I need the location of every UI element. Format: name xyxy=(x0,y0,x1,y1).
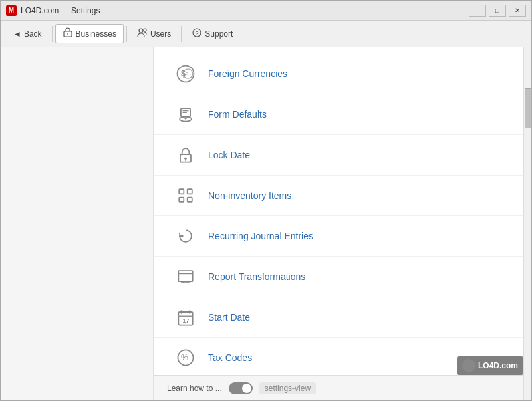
svg-point-2 xyxy=(139,29,143,33)
content-area: $ € Foreign Currencies xyxy=(154,47,531,400)
foreign-currencies-label: Foreign Currencies xyxy=(208,68,287,79)
svg-rect-21 xyxy=(178,271,192,281)
settings-list: $ € Foreign Currencies xyxy=(154,47,531,375)
toolbar: ◄ Back Businesses xyxy=(1,21,531,47)
start-date-label: Start Date xyxy=(208,312,250,323)
lock-date-icon xyxy=(174,143,198,167)
setting-non-inventory[interactable]: Non-inventory Items xyxy=(154,176,531,216)
start-date-icon: 17 xyxy=(174,305,198,329)
setting-form-defaults[interactable]: Form Defaults xyxy=(154,94,531,135)
window-controls: — □ ✕ xyxy=(469,5,526,17)
report-transformations-label: Report Transformations xyxy=(208,271,305,282)
users-icon xyxy=(137,27,148,40)
non-inventory-icon xyxy=(174,184,198,207)
watermark-icon xyxy=(462,359,475,372)
settings-view-link[interactable]: settings-view xyxy=(259,382,316,394)
svg-text:?: ? xyxy=(196,30,199,37)
businesses-icon xyxy=(63,27,73,40)
svg-point-15 xyxy=(184,158,187,160)
report-transformations-icon xyxy=(174,265,198,289)
minimize-button[interactable]: — xyxy=(469,5,486,17)
svg-rect-19 xyxy=(179,198,184,202)
watermark: LO4D.com xyxy=(457,356,523,375)
foreign-currencies-icon: $ € xyxy=(174,62,198,86)
main-window: M LO4D.com — Settings — □ ✕ ◄ Back Busin… xyxy=(0,0,532,401)
svg-text:%: % xyxy=(181,353,188,362)
recurring-journal-label: Recurring Journal Entries xyxy=(208,231,313,241)
svg-rect-17 xyxy=(179,189,184,194)
learn-toggle[interactable] xyxy=(229,382,253,394)
scrollbar-thumb[interactable] xyxy=(525,88,531,128)
title-bar: M LO4D.com — Settings — □ ✕ xyxy=(1,1,531,21)
learn-text: Learn how to ... xyxy=(167,384,222,393)
form-defaults-icon xyxy=(174,102,198,126)
non-inventory-label: Non-inventory Items xyxy=(208,190,291,201)
tax-codes-label: Tax Codes xyxy=(208,352,252,363)
sidebar xyxy=(1,47,154,400)
close-button[interactable]: ✕ xyxy=(509,5,526,17)
watermark-text: LO4D.com xyxy=(478,361,518,370)
setting-lock-date[interactable]: Lock Date xyxy=(154,135,531,176)
setting-foreign-currencies[interactable]: $ € Foreign Currencies xyxy=(154,54,531,94)
users-button[interactable]: Users xyxy=(130,24,178,43)
setting-report-transformations[interactable]: Report Transformations xyxy=(154,257,531,297)
svg-text:€: € xyxy=(185,71,188,78)
lock-date-label: Lock Date xyxy=(208,150,250,160)
setting-recurring-journal[interactable]: Recurring Journal Entries xyxy=(154,216,531,257)
app-icon: M xyxy=(6,5,17,16)
toolbar-separator-3 xyxy=(181,26,182,42)
setting-start-date[interactable]: 17 Start Date xyxy=(154,297,531,338)
form-defaults-label: Form Defaults xyxy=(208,109,267,120)
support-icon: ? xyxy=(192,27,202,40)
back-arrow-icon: ◄ xyxy=(13,29,21,39)
support-button[interactable]: ? Support xyxy=(184,24,240,43)
svg-rect-18 xyxy=(188,189,192,194)
svg-text:17: 17 xyxy=(183,317,190,324)
tax-codes-icon: % xyxy=(174,346,198,370)
toolbar-separator xyxy=(52,26,53,42)
window-title: LO4D.com — Settings xyxy=(21,6,469,15)
recurring-journal-icon xyxy=(174,224,198,248)
back-button[interactable]: ◄ Back xyxy=(6,26,49,42)
businesses-button[interactable]: Businesses xyxy=(55,24,124,43)
svg-rect-20 xyxy=(188,198,192,202)
main-area: $ € Foreign Currencies xyxy=(1,47,531,400)
toolbar-separator-2 xyxy=(126,26,127,42)
maximize-button[interactable]: □ xyxy=(489,5,506,17)
footer: Learn how to ... settings-view xyxy=(154,375,531,400)
svg-point-3 xyxy=(144,29,146,31)
scrollbar[interactable] xyxy=(523,47,531,400)
